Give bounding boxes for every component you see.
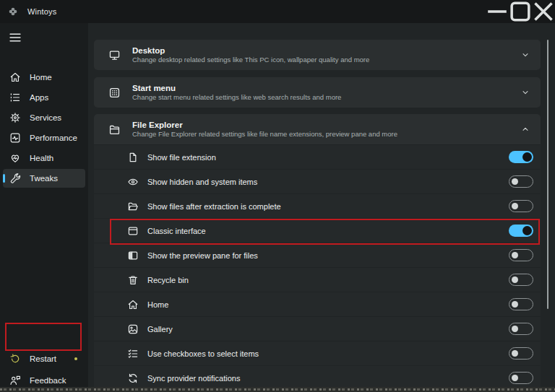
app-logo-icon xyxy=(8,6,18,17)
close-button[interactable] xyxy=(532,0,555,23)
section-card-desktop: Desktop Change desktop related settings … xyxy=(94,40,541,70)
toggle-show-hidden-items[interactable] xyxy=(509,175,533,188)
apps-icon xyxy=(9,92,21,103)
start-menu-icon xyxy=(108,87,121,99)
sidebar-item-health[interactable]: Health xyxy=(3,149,85,167)
window-title: Wintoys xyxy=(27,7,57,16)
title-bar: Wintoys xyxy=(0,0,555,23)
section-card-file-explorer: File Explorer Change File Explorer relat… xyxy=(94,114,541,390)
home-icon xyxy=(127,299,139,310)
toggle-show-files-after-extraction[interactable] xyxy=(509,200,533,212)
sidebar-item-label: Feedback xyxy=(30,376,66,385)
setting-row-classic-interface: Classic interface xyxy=(94,218,541,243)
sidebar-item-label: Health xyxy=(30,154,53,162)
section-header-desktop[interactable]: Desktop Change desktop related settings … xyxy=(94,40,541,70)
setting-label: Home xyxy=(147,300,168,309)
toggle-gallery[interactable] xyxy=(509,323,533,335)
toggle-show-file-extension[interactable] xyxy=(509,151,533,163)
setting-label: Show hidden and system items xyxy=(147,178,257,186)
sidebar-item-home[interactable]: Home xyxy=(3,68,85,87)
setting-row-gallery: Gallery xyxy=(94,316,541,341)
setting-row-recycle-bin: Recycle bin xyxy=(94,267,541,292)
sidebar-item-label: Performance xyxy=(30,134,77,142)
toggle-home[interactable] xyxy=(509,298,533,310)
section-title: File Explorer xyxy=(132,121,397,129)
bottom-artifact-strip xyxy=(0,387,555,392)
section-description: Change File Explorer related settings li… xyxy=(132,130,397,138)
wintoys-window: Wintoys Home Apps Services Performance H… xyxy=(0,0,555,392)
toggle-checkboxes[interactable] xyxy=(509,347,533,360)
setting-label: Gallery xyxy=(147,325,173,334)
performance-icon xyxy=(9,132,21,144)
section-rows: Show file extension Show hidden and syst… xyxy=(94,144,541,390)
sidebar-item-restart[interactable]: Restart xyxy=(3,349,85,368)
setting-row-show-file-extension: Show file extension xyxy=(94,144,541,169)
setting-label: Classic interface xyxy=(147,227,206,235)
sidebar-nav: Home Apps Services Performance Health Tw… xyxy=(3,68,85,188)
feedback-icon xyxy=(9,375,21,386)
chevron-up-icon[interactable] xyxy=(520,124,530,134)
sidebar-item-tweaks[interactable]: Tweaks xyxy=(3,169,85,188)
window-icon xyxy=(127,225,139,237)
sidebar-item-label: Tweaks xyxy=(30,174,58,183)
monitor-icon xyxy=(108,49,121,61)
section-header-start-menu[interactable]: Start menu Change start menu related set… xyxy=(94,77,541,108)
update-badge-dot xyxy=(74,357,77,360)
window-controls xyxy=(486,0,555,23)
section-header-file-explorer[interactable]: File Explorer Change File Explorer relat… xyxy=(94,114,541,144)
sidebar: Home Apps Services Performance Health Tw… xyxy=(0,23,88,387)
document-icon xyxy=(127,152,139,163)
wrench-icon xyxy=(9,173,21,184)
section-description: Change start menu related settings like … xyxy=(132,93,341,101)
chevron-down-icon[interactable] xyxy=(520,50,530,60)
sidebar-item-label: Apps xyxy=(30,93,48,102)
sidebar-item-performance[interactable]: Performance xyxy=(3,129,85,147)
folder-open-icon xyxy=(127,201,139,212)
toggle-classic-interface[interactable] xyxy=(509,225,533,237)
maximize-button[interactable] xyxy=(509,0,532,23)
sidebar-item-services[interactable]: Services xyxy=(3,108,85,127)
sync-icon xyxy=(127,373,139,384)
minimize-button[interactable] xyxy=(486,0,509,23)
home-icon xyxy=(9,71,21,83)
setting-label: Recycle bin xyxy=(147,276,189,284)
setting-row-sync-notifications: Sync provider notifications xyxy=(94,365,541,390)
services-icon xyxy=(9,112,21,123)
settings-panel: Desktop Change desktop related settings … xyxy=(88,23,555,387)
section-description: Change desktop related settings like Thi… xyxy=(132,56,369,64)
setting-label: Show file extension xyxy=(147,153,216,162)
hamburger-icon[interactable] xyxy=(7,30,24,45)
sidebar-item-label: Home xyxy=(30,73,52,82)
checklist-icon xyxy=(127,348,139,360)
restart-icon xyxy=(9,353,21,365)
setting-row-checkboxes: Use checkboxes to select items xyxy=(94,341,541,365)
section-card-start-menu: Start menu Change start menu related set… xyxy=(94,77,541,108)
section-title: Start menu xyxy=(132,84,341,92)
toggle-sync-notifications[interactable] xyxy=(509,372,533,384)
setting-label: Show the preview pane for files xyxy=(147,251,258,260)
setting-row-show-hidden-items: Show hidden and system items xyxy=(94,169,541,193)
setting-row-show-files-after-extraction: Show files after extraction is complete xyxy=(94,193,541,218)
toggle-recycle-bin[interactable] xyxy=(509,274,533,286)
folder-icon xyxy=(108,123,121,136)
sidebar-item-label: Restart xyxy=(30,354,56,363)
health-icon xyxy=(9,152,21,164)
sidebar-footer: Restart Feedback Settings xyxy=(3,349,85,392)
toggle-preview-pane[interactable] xyxy=(509,249,533,261)
section-title: Desktop xyxy=(132,46,369,55)
scrollbar-thumb[interactable] xyxy=(547,40,548,309)
preview-pane-icon xyxy=(127,250,139,261)
sidebar-item-apps[interactable]: Apps xyxy=(3,88,85,107)
gallery-icon xyxy=(127,323,139,335)
setting-label: Use checkboxes to select items xyxy=(147,349,259,358)
chevron-down-icon[interactable] xyxy=(520,87,530,97)
sidebar-item-label: Services xyxy=(30,113,61,122)
eye-icon xyxy=(127,176,139,188)
setting-row-preview-pane: Show the preview pane for files xyxy=(94,243,541,267)
setting-label: Sync provider notifications xyxy=(147,374,240,383)
setting-row-home: Home xyxy=(94,292,541,316)
trash-icon xyxy=(127,274,139,286)
setting-label: Show files after extraction is complete xyxy=(147,202,281,211)
